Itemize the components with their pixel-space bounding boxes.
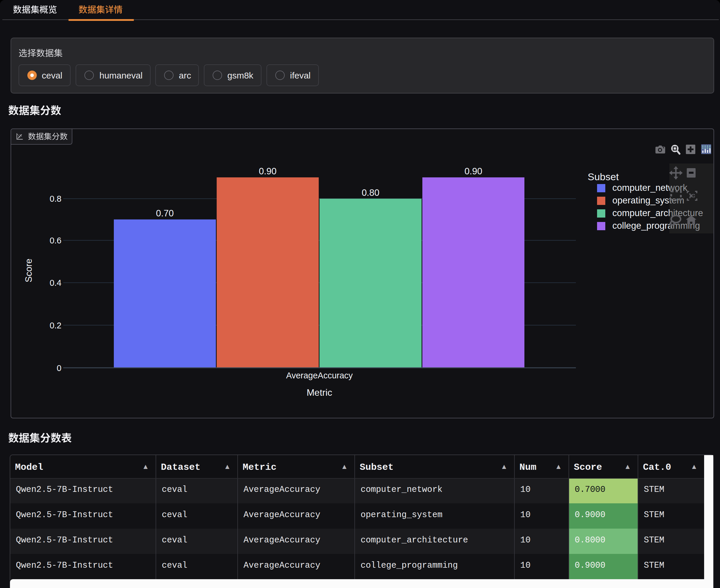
svg-text:0.90: 0.90 — [259, 166, 276, 176]
svg-text:AverageAccuracy: AverageAccuracy — [286, 371, 353, 380]
svg-text:0.80: 0.80 — [362, 188, 379, 198]
svg-text:0.90: 0.90 — [465, 166, 482, 176]
svg-text:Score: Score — [23, 259, 34, 282]
svg-text:Subset: Subset — [588, 171, 619, 182]
svg-text:0.8: 0.8 — [50, 194, 61, 204]
svg-text:0: 0 — [57, 363, 61, 373]
svg-text:0.70: 0.70 — [156, 208, 173, 218]
svg-text:0.2: 0.2 — [50, 321, 61, 330]
svg-text:0.6: 0.6 — [50, 236, 61, 245]
svg-text:Metric: Metric — [307, 387, 332, 398]
svg-text:0.4: 0.4 — [50, 278, 61, 288]
